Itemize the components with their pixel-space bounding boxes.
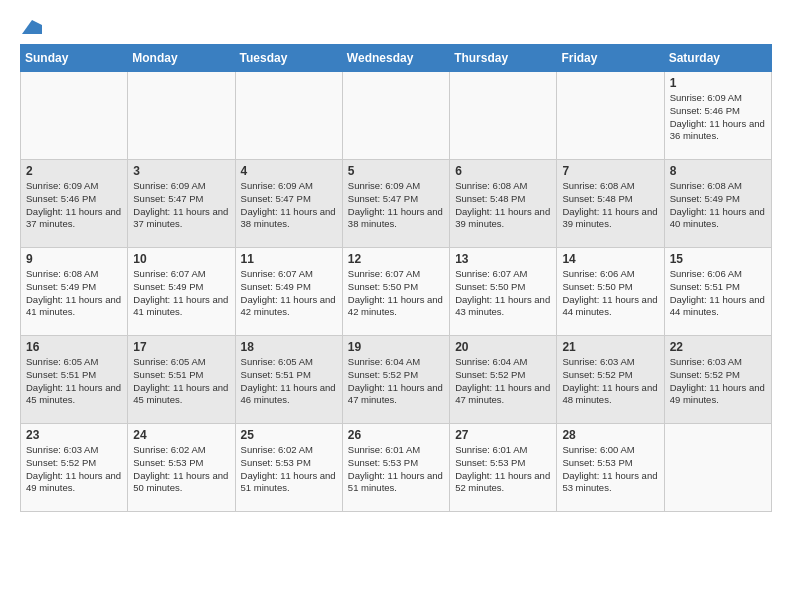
day-info: Sunrise: 6:07 AM Sunset: 5:50 PM Dayligh…	[348, 268, 444, 319]
day-number: 16	[26, 340, 122, 354]
day-info: Sunrise: 6:05 AM Sunset: 5:51 PM Dayligh…	[241, 356, 337, 407]
day-number: 14	[562, 252, 658, 266]
calendar-cell: 25Sunrise: 6:02 AM Sunset: 5:53 PM Dayli…	[235, 424, 342, 512]
calendar-cell: 6Sunrise: 6:08 AM Sunset: 5:48 PM Daylig…	[450, 160, 557, 248]
svg-marker-0	[22, 20, 42, 34]
calendar-cell: 3Sunrise: 6:09 AM Sunset: 5:47 PM Daylig…	[128, 160, 235, 248]
day-info: Sunrise: 6:02 AM Sunset: 5:53 PM Dayligh…	[241, 444, 337, 495]
day-info: Sunrise: 6:07 AM Sunset: 5:49 PM Dayligh…	[133, 268, 229, 319]
day-header-tuesday: Tuesday	[235, 45, 342, 72]
calendar-body: 1Sunrise: 6:09 AM Sunset: 5:46 PM Daylig…	[21, 72, 772, 512]
day-info: Sunrise: 6:05 AM Sunset: 5:51 PM Dayligh…	[133, 356, 229, 407]
calendar-cell: 8Sunrise: 6:08 AM Sunset: 5:49 PM Daylig…	[664, 160, 771, 248]
day-number: 6	[455, 164, 551, 178]
calendar-week-1: 2Sunrise: 6:09 AM Sunset: 5:46 PM Daylig…	[21, 160, 772, 248]
day-info: Sunrise: 6:01 AM Sunset: 5:53 PM Dayligh…	[348, 444, 444, 495]
day-info: Sunrise: 6:03 AM Sunset: 5:52 PM Dayligh…	[670, 356, 766, 407]
day-info: Sunrise: 6:06 AM Sunset: 5:51 PM Dayligh…	[670, 268, 766, 319]
day-info: Sunrise: 6:08 AM Sunset: 5:48 PM Dayligh…	[455, 180, 551, 231]
calendar-cell: 12Sunrise: 6:07 AM Sunset: 5:50 PM Dayli…	[342, 248, 449, 336]
day-number: 19	[348, 340, 444, 354]
day-number: 28	[562, 428, 658, 442]
calendar-week-2: 9Sunrise: 6:08 AM Sunset: 5:49 PM Daylig…	[21, 248, 772, 336]
calendar-cell: 16Sunrise: 6:05 AM Sunset: 5:51 PM Dayli…	[21, 336, 128, 424]
day-number: 27	[455, 428, 551, 442]
calendar-cell	[342, 72, 449, 160]
calendar-cell: 13Sunrise: 6:07 AM Sunset: 5:50 PM Dayli…	[450, 248, 557, 336]
day-info: Sunrise: 6:01 AM Sunset: 5:53 PM Dayligh…	[455, 444, 551, 495]
logo	[20, 20, 42, 34]
page-header	[20, 20, 772, 34]
calendar-cell: 21Sunrise: 6:03 AM Sunset: 5:52 PM Dayli…	[557, 336, 664, 424]
calendar-cell: 20Sunrise: 6:04 AM Sunset: 5:52 PM Dayli…	[450, 336, 557, 424]
day-info: Sunrise: 6:07 AM Sunset: 5:50 PM Dayligh…	[455, 268, 551, 319]
day-header-saturday: Saturday	[664, 45, 771, 72]
day-number: 2	[26, 164, 122, 178]
day-info: Sunrise: 6:04 AM Sunset: 5:52 PM Dayligh…	[348, 356, 444, 407]
calendar-cell	[21, 72, 128, 160]
day-info: Sunrise: 6:09 AM Sunset: 5:47 PM Dayligh…	[348, 180, 444, 231]
day-number: 15	[670, 252, 766, 266]
calendar-cell: 24Sunrise: 6:02 AM Sunset: 5:53 PM Dayli…	[128, 424, 235, 512]
day-info: Sunrise: 6:02 AM Sunset: 5:53 PM Dayligh…	[133, 444, 229, 495]
day-number: 20	[455, 340, 551, 354]
day-header-monday: Monday	[128, 45, 235, 72]
day-info: Sunrise: 6:09 AM Sunset: 5:46 PM Dayligh…	[670, 92, 766, 143]
calendar-cell	[235, 72, 342, 160]
day-header-friday: Friday	[557, 45, 664, 72]
day-header-wednesday: Wednesday	[342, 45, 449, 72]
calendar-cell: 1Sunrise: 6:09 AM Sunset: 5:46 PM Daylig…	[664, 72, 771, 160]
calendar-cell: 5Sunrise: 6:09 AM Sunset: 5:47 PM Daylig…	[342, 160, 449, 248]
day-number: 1	[670, 76, 766, 90]
calendar-table: SundayMondayTuesdayWednesdayThursdayFrid…	[20, 44, 772, 512]
calendar-header-row: SundayMondayTuesdayWednesdayThursdayFrid…	[21, 45, 772, 72]
calendar-cell	[450, 72, 557, 160]
calendar-cell: 10Sunrise: 6:07 AM Sunset: 5:49 PM Dayli…	[128, 248, 235, 336]
day-info: Sunrise: 6:08 AM Sunset: 5:49 PM Dayligh…	[670, 180, 766, 231]
calendar-cell	[128, 72, 235, 160]
calendar-week-3: 16Sunrise: 6:05 AM Sunset: 5:51 PM Dayli…	[21, 336, 772, 424]
day-info: Sunrise: 6:03 AM Sunset: 5:52 PM Dayligh…	[26, 444, 122, 495]
calendar-cell: 17Sunrise: 6:05 AM Sunset: 5:51 PM Dayli…	[128, 336, 235, 424]
calendar-cell: 27Sunrise: 6:01 AM Sunset: 5:53 PM Dayli…	[450, 424, 557, 512]
day-info: Sunrise: 6:09 AM Sunset: 5:47 PM Dayligh…	[241, 180, 337, 231]
calendar-cell: 28Sunrise: 6:00 AM Sunset: 5:53 PM Dayli…	[557, 424, 664, 512]
day-info: Sunrise: 6:06 AM Sunset: 5:50 PM Dayligh…	[562, 268, 658, 319]
day-number: 17	[133, 340, 229, 354]
calendar-cell: 9Sunrise: 6:08 AM Sunset: 5:49 PM Daylig…	[21, 248, 128, 336]
day-number: 26	[348, 428, 444, 442]
day-header-sunday: Sunday	[21, 45, 128, 72]
logo-icon	[22, 20, 42, 34]
calendar-cell: 11Sunrise: 6:07 AM Sunset: 5:49 PM Dayli…	[235, 248, 342, 336]
calendar-cell: 7Sunrise: 6:08 AM Sunset: 5:48 PM Daylig…	[557, 160, 664, 248]
day-info: Sunrise: 6:08 AM Sunset: 5:48 PM Dayligh…	[562, 180, 658, 231]
day-number: 23	[26, 428, 122, 442]
calendar-cell: 15Sunrise: 6:06 AM Sunset: 5:51 PM Dayli…	[664, 248, 771, 336]
day-number: 22	[670, 340, 766, 354]
day-number: 8	[670, 164, 766, 178]
day-info: Sunrise: 6:09 AM Sunset: 5:46 PM Dayligh…	[26, 180, 122, 231]
day-number: 24	[133, 428, 229, 442]
calendar-week-0: 1Sunrise: 6:09 AM Sunset: 5:46 PM Daylig…	[21, 72, 772, 160]
day-number: 7	[562, 164, 658, 178]
day-info: Sunrise: 6:05 AM Sunset: 5:51 PM Dayligh…	[26, 356, 122, 407]
calendar-cell: 19Sunrise: 6:04 AM Sunset: 5:52 PM Dayli…	[342, 336, 449, 424]
day-number: 3	[133, 164, 229, 178]
day-info: Sunrise: 6:08 AM Sunset: 5:49 PM Dayligh…	[26, 268, 122, 319]
day-info: Sunrise: 6:04 AM Sunset: 5:52 PM Dayligh…	[455, 356, 551, 407]
day-number: 12	[348, 252, 444, 266]
day-number: 4	[241, 164, 337, 178]
calendar-cell: 4Sunrise: 6:09 AM Sunset: 5:47 PM Daylig…	[235, 160, 342, 248]
day-number: 18	[241, 340, 337, 354]
day-info: Sunrise: 6:00 AM Sunset: 5:53 PM Dayligh…	[562, 444, 658, 495]
calendar-cell: 23Sunrise: 6:03 AM Sunset: 5:52 PM Dayli…	[21, 424, 128, 512]
day-info: Sunrise: 6:03 AM Sunset: 5:52 PM Dayligh…	[562, 356, 658, 407]
calendar-cell: 2Sunrise: 6:09 AM Sunset: 5:46 PM Daylig…	[21, 160, 128, 248]
calendar-cell: 14Sunrise: 6:06 AM Sunset: 5:50 PM Dayli…	[557, 248, 664, 336]
day-info: Sunrise: 6:09 AM Sunset: 5:47 PM Dayligh…	[133, 180, 229, 231]
day-number: 11	[241, 252, 337, 266]
day-info: Sunrise: 6:07 AM Sunset: 5:49 PM Dayligh…	[241, 268, 337, 319]
day-number: 5	[348, 164, 444, 178]
calendar-cell	[557, 72, 664, 160]
day-number: 21	[562, 340, 658, 354]
